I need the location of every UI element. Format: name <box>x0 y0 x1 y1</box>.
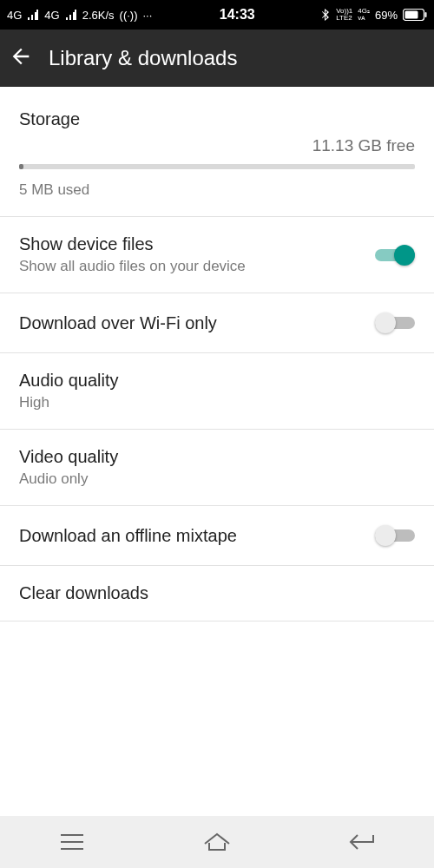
back-nav-button[interactable] <box>336 825 388 859</box>
clock: 14:33 <box>220 7 255 23</box>
hotspot-icon: ((·)) <box>120 9 138 22</box>
home-button[interactable] <box>191 825 243 859</box>
menu-lines-icon <box>59 832 85 852</box>
offline-mixtape-title: Download an offline mixtape <box>19 526 361 546</box>
settings-list: Storage 11.13 GB free 5 MB used Show dev… <box>0 87 434 621</box>
bluetooth-icon <box>322 9 331 21</box>
wifi-only-toggle[interactable] <box>375 311 415 335</box>
more-icon: ··· <box>142 9 152 22</box>
status-right: Vo))1 LTE2 4G₂ vᴀ 69% <box>322 8 427 22</box>
battery-icon <box>403 9 427 21</box>
storage-title: Storage <box>19 109 415 129</box>
system-nav-bar <box>0 816 434 868</box>
wifi-only-title: Download over Wi-Fi only <box>19 313 361 333</box>
audio-quality-value: High <box>19 394 415 411</box>
storage-progress <box>19 164 415 169</box>
video-quality-title: Video quality <box>19 447 415 467</box>
storage-row[interactable]: Storage 11.13 GB free 5 MB used <box>0 87 434 217</box>
show-device-files-sub: Show all audio files on your device <box>19 258 361 275</box>
va-label: vᴀ <box>358 15 370 22</box>
storage-used: 5 MB used <box>19 181 415 199</box>
wifi-only-row[interactable]: Download over Wi-Fi only <box>0 293 434 353</box>
signal-icon-2 <box>65 10 77 20</box>
clear-downloads-row[interactable]: Clear downloads <box>0 566 434 621</box>
page-title: Library & downloads <box>49 46 237 70</box>
storage-free: 11.13 GB free <box>19 136 415 155</box>
video-quality-value: Audio only <box>19 470 415 488</box>
battery-pct: 69% <box>375 9 398 22</box>
arrow-back-icon <box>9 44 33 69</box>
video-quality-row[interactable]: Video quality Audio only <box>0 430 434 506</box>
clear-downloads-title: Clear downloads <box>19 583 415 603</box>
show-device-files-toggle[interactable] <box>375 243 415 267</box>
storage-progress-fill <box>19 164 23 169</box>
status-left: 4G 4G 2.6K/s ((·)) ··· <box>7 9 152 22</box>
home-outline-icon <box>202 832 232 852</box>
audio-quality-title: Audio quality <box>19 371 415 391</box>
network-label-1: 4G <box>7 9 22 22</box>
signal-icon-1 <box>27 10 39 20</box>
svg-rect-1 <box>404 11 418 19</box>
status-bar: 4G 4G 2.6K/s ((·)) ··· 14:33 Vo))1 LTE2 … <box>0 0 434 30</box>
lte-label: LTE2 <box>336 15 352 22</box>
network-label-2: 4G <box>44 9 59 22</box>
show-device-files-row[interactable]: Show device files Show all audio files o… <box>0 217 434 293</box>
show-device-files-title: Show device files <box>19 234 361 254</box>
app-bar: Library & downloads <box>0 30 434 87</box>
speed-label: 2.6K/s <box>82 9 115 22</box>
back-outline-icon <box>348 832 376 852</box>
svg-rect-2 <box>424 12 426 17</box>
offline-mixtape-toggle[interactable] <box>375 523 415 548</box>
audio-quality-row[interactable]: Audio quality High <box>0 353 434 430</box>
back-button[interactable] <box>9 44 33 72</box>
recent-apps-button[interactable] <box>46 825 98 859</box>
offline-mixtape-row[interactable]: Download an offline mixtape <box>0 506 434 566</box>
